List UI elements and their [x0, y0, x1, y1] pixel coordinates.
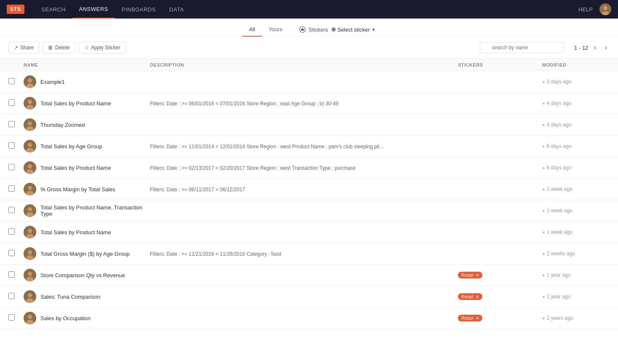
svg-point-17 [28, 164, 32, 169]
help-link[interactable]: HELP [578, 6, 593, 13]
select-sticker-button[interactable]: Select sticker ▼ [332, 27, 376, 33]
row-name-cell: Example1 [24, 75, 150, 88]
row-name-cell: Total Sales by Age Group [24, 140, 150, 153]
row-modified-cell: ● 2 years ago [542, 315, 610, 321]
row-name[interactable]: Total Sales by Product Name [40, 229, 111, 236]
th-modified: MODIFIED [542, 62, 610, 67]
row-stickers-cell: Retail ✕ [458, 272, 542, 278]
next-page-button[interactable]: › [602, 43, 610, 52]
row-checkbox-cell [8, 207, 24, 214]
clock-icon: ● [542, 208, 545, 213]
row-modified: 1 week ago [547, 208, 573, 214]
row-description-cell: Filters: Date : >= 11/01/2014 < 12/01/20… [150, 143, 458, 150]
nav-pinboards[interactable]: PINBOARDS [115, 0, 163, 19]
row-description: Filters: Date : >= 02/13/2017 < 02/20/20… [150, 165, 356, 171]
row-avatar [24, 161, 36, 174]
row-checkbox[interactable] [8, 121, 15, 127]
row-modified: 1 year ago [547, 294, 571, 300]
row-checkbox-cell [8, 164, 24, 171]
row-name[interactable]: Sales: Tuna Comparison [40, 294, 100, 300]
row-modified-cell: ● 1 year ago [542, 294, 610, 300]
row-checkbox-cell [8, 99, 24, 107]
apply-sticker-button[interactable]: ☆ Apply Sticker [79, 42, 126, 54]
table-row: % Gross Margin by Total Sales Filters: D… [0, 179, 618, 200]
remove-sticker-button[interactable]: ✕ [476, 273, 479, 278]
row-name-cell: Store Comparison Qty vs Revenue [24, 269, 150, 281]
sticker-badge[interactable]: Retail ✕ [458, 272, 482, 278]
th-checkbox [8, 62, 24, 67]
row-name-cell: Total Sales by Product Name [24, 226, 150, 238]
row-checkbox[interactable] [8, 207, 15, 213]
row-name[interactable]: % Gross Margin by Total Sales [40, 186, 115, 193]
user-avatar[interactable] [599, 3, 611, 15]
sticker-badge[interactable]: Retail ✕ [458, 293, 482, 300]
row-avatar [24, 312, 36, 324]
nav-answers[interactable]: ANSWERS [72, 0, 115, 19]
svg-point-5 [28, 78, 32, 83]
row-checkbox[interactable] [8, 293, 15, 299]
row-name[interactable]: Store Comparison Qty vs Revenue [40, 272, 125, 278]
row-name[interactable]: Total Sales by Age Group [40, 143, 102, 150]
row-modified: 1 year ago [547, 272, 571, 278]
sticker-dot [332, 27, 336, 32]
row-checkbox[interactable] [8, 185, 15, 192]
row-description-cell: Filters: Date : >= 11/21/2016 < 11/28/20… [150, 251, 458, 257]
share-button[interactable]: ↗ Share [8, 42, 39, 54]
nav-data[interactable]: DATA [163, 0, 191, 19]
row-checkbox[interactable] [8, 228, 15, 235]
row-checkbox-cell [8, 121, 24, 128]
row-checkbox[interactable] [8, 250, 15, 256]
svg-point-1 [603, 6, 607, 10]
row-description: Filters: Date : >= 11/01/2014 < 12/01/20… [150, 144, 383, 150]
row-name-cell: Total Sales by Product Name [24, 97, 150, 110]
row-avatar [24, 290, 36, 303]
row-name-cell: Sales by Occupation [24, 312, 150, 324]
search-input[interactable] [480, 42, 564, 53]
stickers-filter-label: Stickers [299, 26, 328, 33]
prev-page-button[interactable]: ‹ [591, 43, 599, 52]
row-checkbox[interactable] [8, 142, 15, 149]
row-avatar [24, 118, 36, 131]
svg-point-14 [28, 143, 32, 147]
row-modified-cell: ● 4 days ago [542, 100, 610, 106]
tab-all[interactable]: All [242, 23, 262, 37]
share-icon: ↗ [14, 45, 18, 51]
row-checkbox[interactable] [8, 271, 15, 278]
row-name-cell: Total Sales by Product Name, Transaction… [24, 204, 150, 217]
row-checkbox[interactable] [8, 314, 15, 321]
row-name[interactable]: Total Gross Margin ($) by Age Group [40, 251, 130, 257]
row-name[interactable]: Total Sales by Product Name, Transaction… [40, 204, 150, 217]
row-name[interactable]: Sales by Occupation [40, 315, 91, 321]
row-name[interactable]: Total Sales by Product Name [40, 100, 111, 107]
row-checkbox[interactable] [8, 78, 15, 84]
clock-icon: ● [542, 316, 545, 321]
row-name-cell: Total Gross Margin ($) by Age Group [24, 247, 150, 260]
table-row: Total Sales by Product Name Filters: Dat… [0, 93, 618, 114]
row-name[interactable]: Total Sales by Product Name [40, 165, 111, 171]
row-checkbox[interactable] [8, 99, 15, 106]
row-modified-cell: ● 2 weeks ago [542, 251, 610, 257]
clock-icon: ● [542, 165, 545, 170]
nav-search[interactable]: SEARCH [35, 0, 72, 19]
row-avatar [24, 183, 36, 195]
pagination: 1 - 12 ‹ › [574, 43, 610, 52]
row-avatar [24, 140, 36, 153]
row-modified-cell: ● 1 week ago [542, 186, 610, 192]
remove-sticker-button[interactable]: ✕ [476, 316, 479, 321]
delete-button[interactable]: 🗑 Delete [43, 42, 75, 54]
th-name: NAME [24, 62, 150, 67]
row-description-cell: Filters: Date : >= 06/01/2016 < 07/01/20… [150, 100, 458, 107]
row-description: Filters: Date : >= 06/01/2016 < 07/01/20… [150, 101, 338, 107]
row-name[interactable]: Example1 [40, 79, 65, 85]
sticker-badge[interactable]: Retail ✕ [458, 315, 482, 321]
svg-point-11 [28, 121, 32, 126]
remove-sticker-button[interactable]: ✕ [476, 294, 479, 299]
row-checkbox-cell [8, 314, 24, 322]
svg-point-29 [28, 250, 32, 254]
row-modified: 1 week ago [547, 186, 573, 192]
row-checkbox[interactable] [8, 164, 15, 170]
row-name[interactable]: Thursday Zoomed [40, 122, 85, 128]
th-stickers: STICKERS [458, 62, 542, 67]
tab-yours[interactable]: Yours [262, 23, 289, 37]
table-row: Thursday Zoomed ● 4 days ago [0, 114, 618, 136]
